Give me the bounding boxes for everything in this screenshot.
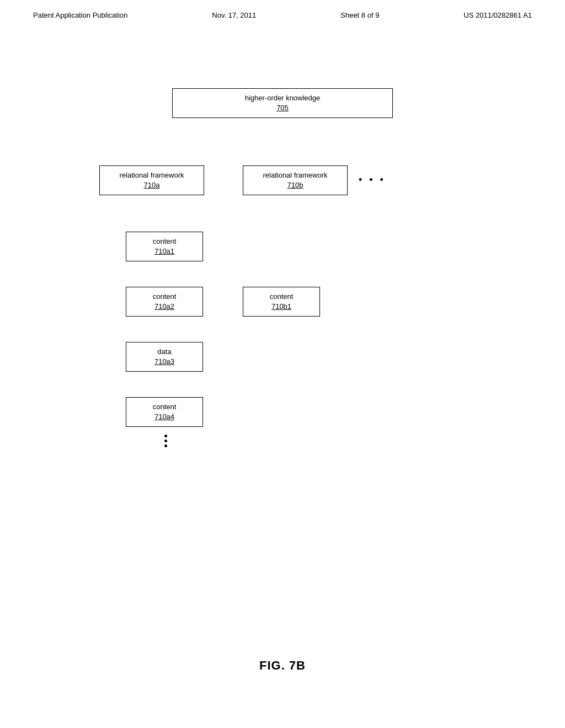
- header-patent: US 2011/0282861 A1: [463, 11, 532, 19]
- node-705-ref: 705: [179, 103, 386, 113]
- node-705-label: higher-order knowledge: [179, 93, 386, 103]
- horizontal-ellipsis: • • •: [359, 174, 386, 186]
- header-date: Nov. 17, 2011: [212, 11, 256, 19]
- node-710a4-label: content: [133, 402, 196, 412]
- node-710a3-ref: 710a3: [133, 357, 196, 367]
- dot-1: [164, 435, 167, 437]
- node-710a: relational framework 710a: [99, 165, 204, 195]
- vertical-ellipsis: [164, 435, 167, 447]
- node-710b1-label: content: [250, 292, 313, 302]
- header-sheet: Sheet 8 of 9: [340, 11, 379, 19]
- node-710a4-ref: 710a4: [133, 412, 196, 422]
- node-710a2: content 710a2: [126, 287, 203, 317]
- node-710a1-ref: 710a1: [133, 247, 196, 256]
- node-710a1: content 710a1: [126, 232, 203, 261]
- node-710b-label: relational framework: [250, 170, 340, 180]
- node-710a2-ref: 710a2: [133, 302, 196, 312]
- node-710a4: content 710a4: [126, 397, 203, 427]
- node-710a3: data 710a3: [126, 342, 203, 372]
- node-710b1-ref: 710b1: [250, 302, 313, 312]
- node-710a-ref: 710a: [106, 180, 197, 190]
- node-710a-label: relational framework: [106, 170, 197, 180]
- header-publication-label: Patent Application Publication: [33, 11, 127, 19]
- node-705: higher-order knowledge 705: [172, 88, 393, 118]
- node-710a2-label: content: [133, 292, 196, 302]
- node-710b-ref: 710b: [250, 180, 340, 190]
- node-710b1: content 710b1: [243, 287, 320, 317]
- node-710a3-label: data: [133, 347, 196, 357]
- figure-caption: FIG. 7B: [0, 659, 565, 673]
- node-710a1-label: content: [133, 237, 196, 247]
- dot-3: [164, 445, 167, 447]
- page-header: Patent Application Publication Nov. 17, …: [0, 0, 565, 25]
- dot-2: [164, 440, 167, 442]
- node-710b: relational framework 710b: [243, 165, 348, 195]
